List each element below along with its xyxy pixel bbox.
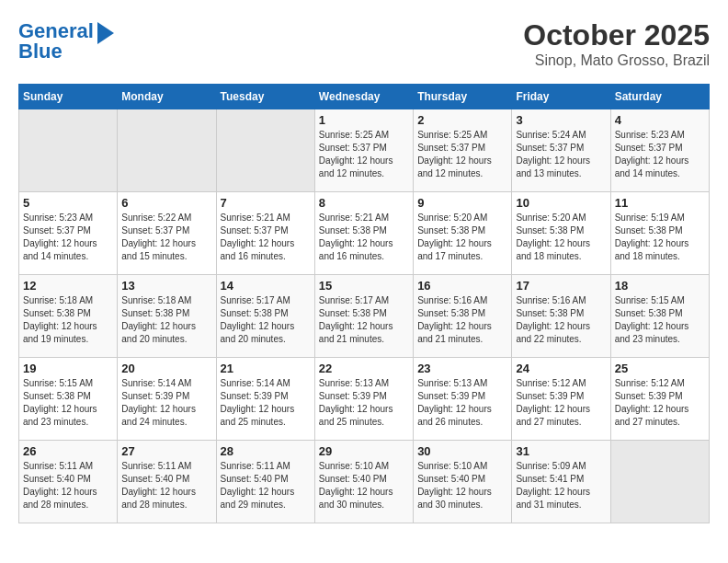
- header-monday: Monday: [118, 85, 216, 109]
- day-number: 12: [23, 279, 113, 293]
- day-number: 4: [615, 113, 705, 127]
- day-number: 28: [221, 444, 311, 458]
- day-info: Sunrise: 5:19 AM Sunset: 5:38 PM Dayligh…: [615, 212, 705, 263]
- logo: General Blue: [18, 18, 114, 63]
- day-info: Sunrise: 5:11 AM Sunset: 5:40 PM Dayligh…: [121, 460, 211, 511]
- day-info: Sunrise: 5:17 AM Sunset: 5:38 PM Dayligh…: [319, 294, 409, 346]
- day-info: Sunrise: 5:14 AM Sunset: 5:39 PM Dayligh…: [221, 377, 311, 429]
- calendar-cell: 10Sunrise: 5:20 AM Sunset: 5:38 PM Dayli…: [512, 192, 610, 275]
- calendar-cell: 19Sunrise: 5:15 AM Sunset: 5:38 PM Dayli…: [19, 358, 118, 441]
- page-header: General Blue October 2025 Sinop, Mato Gr…: [18, 18, 710, 69]
- calendar-cell: 21Sunrise: 5:14 AM Sunset: 5:39 PM Dayli…: [216, 358, 314, 441]
- day-info: Sunrise: 5:17 AM Sunset: 5:38 PM Dayligh…: [221, 294, 311, 346]
- day-number: 6: [121, 196, 211, 210]
- day-info: Sunrise: 5:20 AM Sunset: 5:38 PM Dayligh…: [417, 212, 507, 263]
- calendar-cell: 28Sunrise: 5:11 AM Sunset: 5:40 PM Dayli…: [216, 441, 314, 523]
- logo-text-blue: Blue: [18, 40, 63, 63]
- day-info: Sunrise: 5:21 AM Sunset: 5:37 PM Dayligh…: [221, 212, 311, 263]
- day-number: 9: [417, 196, 507, 210]
- header-saturday: Saturday: [610, 85, 709, 109]
- calendar-cell: 26Sunrise: 5:11 AM Sunset: 5:40 PM Dayli…: [19, 441, 118, 523]
- day-info: Sunrise: 5:22 AM Sunset: 5:37 PM Dayligh…: [121, 212, 211, 263]
- day-number: 13: [121, 279, 211, 293]
- day-number: 25: [615, 362, 705, 375]
- header-wednesday: Wednesday: [314, 85, 413, 109]
- calendar-cell: 1Sunrise: 5:25 AM Sunset: 5:37 PM Daylig…: [314, 109, 413, 192]
- day-info: Sunrise: 5:23 AM Sunset: 5:37 PM Dayligh…: [615, 129, 705, 180]
- day-number: 16: [417, 279, 507, 293]
- day-number: 24: [516, 362, 606, 375]
- day-info: Sunrise: 5:14 AM Sunset: 5:39 PM Dayligh…: [121, 377, 211, 429]
- calendar-cell: 17Sunrise: 5:16 AM Sunset: 5:38 PM Dayli…: [512, 275, 610, 358]
- day-number: 1: [319, 113, 409, 127]
- day-number: 2: [417, 113, 507, 127]
- header-friday: Friday: [512, 85, 610, 109]
- day-number: 10: [516, 196, 606, 210]
- day-info: Sunrise: 5:11 AM Sunset: 5:40 PM Dayligh…: [221, 460, 311, 511]
- day-info: Sunrise: 5:13 AM Sunset: 5:39 PM Dayligh…: [417, 377, 507, 429]
- day-info: Sunrise: 5:16 AM Sunset: 5:38 PM Dayligh…: [417, 294, 507, 346]
- day-info: Sunrise: 5:11 AM Sunset: 5:40 PM Dayligh…: [23, 460, 113, 511]
- day-number: 27: [121, 444, 211, 458]
- day-info: Sunrise: 5:16 AM Sunset: 5:38 PM Dayligh…: [516, 294, 606, 346]
- calendar-cell: 11Sunrise: 5:19 AM Sunset: 5:38 PM Dayli…: [610, 192, 709, 275]
- day-info: Sunrise: 5:21 AM Sunset: 5:38 PM Dayligh…: [319, 212, 409, 263]
- calendar-cell: 14Sunrise: 5:17 AM Sunset: 5:38 PM Dayli…: [216, 275, 314, 358]
- day-number: 26: [23, 444, 113, 458]
- day-info: Sunrise: 5:24 AM Sunset: 5:37 PM Dayligh…: [516, 129, 606, 180]
- day-number: 8: [319, 196, 409, 210]
- day-number: 31: [516, 444, 606, 458]
- day-number: 14: [221, 279, 311, 293]
- calendar-cell: 20Sunrise: 5:14 AM Sunset: 5:39 PM Dayli…: [118, 358, 216, 441]
- header-tuesday: Tuesday: [216, 85, 314, 109]
- location-subtitle: Sinop, Mato Grosso, Brazil: [523, 52, 710, 69]
- calendar-cell: [216, 109, 314, 192]
- calendar-cell: 25Sunrise: 5:12 AM Sunset: 5:39 PM Dayli…: [610, 358, 709, 441]
- day-number: 15: [319, 279, 409, 293]
- day-info: Sunrise: 5:13 AM Sunset: 5:39 PM Dayligh…: [319, 377, 409, 429]
- calendar-cell: [118, 109, 216, 192]
- title-block: October 2025 Sinop, Mato Grosso, Brazil: [523, 18, 710, 69]
- day-number: 17: [516, 279, 606, 293]
- calendar-cell: 31Sunrise: 5:09 AM Sunset: 5:41 PM Dayli…: [512, 441, 610, 523]
- month-title: October 2025: [523, 18, 710, 52]
- calendar-week-1: 1Sunrise: 5:25 AM Sunset: 5:37 PM Daylig…: [19, 109, 710, 192]
- day-info: Sunrise: 5:09 AM Sunset: 5:41 PM Dayligh…: [516, 460, 606, 511]
- calendar-cell: [19, 109, 118, 192]
- day-number: 23: [417, 362, 507, 375]
- day-info: Sunrise: 5:25 AM Sunset: 5:37 PM Dayligh…: [417, 129, 507, 180]
- day-number: 22: [319, 362, 409, 375]
- calendar-cell: 24Sunrise: 5:12 AM Sunset: 5:39 PM Dayli…: [512, 358, 610, 441]
- day-number: 20: [121, 362, 211, 375]
- day-number: 5: [23, 196, 113, 210]
- calendar-cell: 29Sunrise: 5:10 AM Sunset: 5:40 PM Dayli…: [314, 441, 413, 523]
- calendar-cell: 2Sunrise: 5:25 AM Sunset: 5:37 PM Daylig…: [414, 109, 512, 192]
- day-info: Sunrise: 5:25 AM Sunset: 5:37 PM Dayligh…: [319, 129, 409, 180]
- header-thursday: Thursday: [414, 85, 512, 109]
- calendar-table: Sunday Monday Tuesday Wednesday Thursday…: [18, 84, 710, 523]
- day-info: Sunrise: 5:23 AM Sunset: 5:37 PM Dayligh…: [23, 212, 113, 263]
- calendar-cell: 18Sunrise: 5:15 AM Sunset: 5:38 PM Dayli…: [610, 275, 709, 358]
- logo-arrow-icon: [97, 22, 114, 44]
- day-number: 18: [615, 279, 705, 293]
- calendar-cell: 30Sunrise: 5:10 AM Sunset: 5:40 PM Dayli…: [414, 441, 512, 523]
- header-sunday: Sunday: [19, 85, 118, 109]
- calendar-week-2: 5Sunrise: 5:23 AM Sunset: 5:37 PM Daylig…: [19, 192, 710, 275]
- day-info: Sunrise: 5:12 AM Sunset: 5:39 PM Dayligh…: [615, 377, 705, 429]
- calendar-cell: 23Sunrise: 5:13 AM Sunset: 5:39 PM Dayli…: [414, 358, 512, 441]
- calendar-cell: 13Sunrise: 5:18 AM Sunset: 5:38 PM Dayli…: [118, 275, 216, 358]
- calendar-cell: 9Sunrise: 5:20 AM Sunset: 5:38 PM Daylig…: [414, 192, 512, 275]
- calendar-header-row: Sunday Monday Tuesday Wednesday Thursday…: [19, 85, 710, 109]
- calendar-week-5: 26Sunrise: 5:11 AM Sunset: 5:40 PM Dayli…: [19, 441, 710, 523]
- day-number: 29: [319, 444, 409, 458]
- day-info: Sunrise: 5:10 AM Sunset: 5:40 PM Dayligh…: [417, 460, 507, 511]
- calendar-cell: 16Sunrise: 5:16 AM Sunset: 5:38 PM Dayli…: [414, 275, 512, 358]
- calendar-week-4: 19Sunrise: 5:15 AM Sunset: 5:38 PM Dayli…: [19, 358, 710, 441]
- calendar-cell: 12Sunrise: 5:18 AM Sunset: 5:38 PM Dayli…: [19, 275, 118, 358]
- day-number: 19: [23, 362, 113, 375]
- day-info: Sunrise: 5:18 AM Sunset: 5:38 PM Dayligh…: [121, 294, 211, 346]
- calendar-cell: [610, 441, 709, 523]
- day-info: Sunrise: 5:18 AM Sunset: 5:38 PM Dayligh…: [23, 294, 113, 346]
- day-number: 3: [516, 113, 606, 127]
- calendar-cell: 15Sunrise: 5:17 AM Sunset: 5:38 PM Dayli…: [314, 275, 413, 358]
